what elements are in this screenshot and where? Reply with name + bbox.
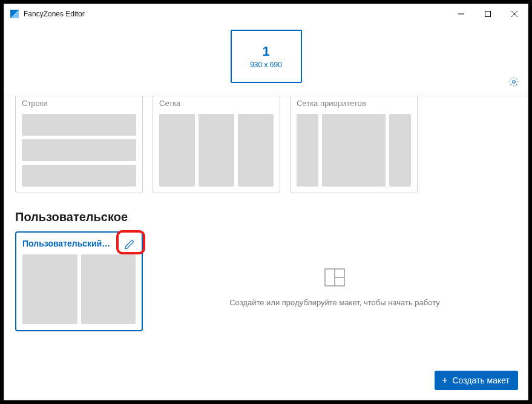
template-rows[interactable]: Строки: [15, 96, 143, 193]
monitor-header: 1 930 x 690: [4, 24, 528, 96]
template-label: Сетка приоритетов: [297, 97, 411, 109]
zone-preview: [297, 114, 318, 187]
template-label: Сетка: [159, 97, 274, 109]
custom-layout-name: Пользовательский…: [22, 239, 113, 248]
app-icon: [10, 10, 19, 18]
plus-icon: +: [442, 376, 447, 385]
zone-preview: [81, 254, 136, 324]
window-title: FancyZones Editor: [24, 10, 85, 18]
maximize-button[interactable]: [475, 4, 501, 24]
zone-preview: [238, 114, 274, 187]
template-grid[interactable]: Сетка: [153, 96, 280, 193]
minimize-button[interactable]: [448, 4, 475, 24]
custom-row: Пользовательский…: [4, 231, 528, 340]
svg-rect-1: [485, 12, 491, 17]
svg-point-4: [513, 81, 516, 84]
monitor-number: 1: [262, 44, 269, 59]
templates-row: Строки Сетка Сетка при: [4, 96, 528, 193]
empty-state-text: Создайте или продублируйте макет, чтобы …: [229, 298, 440, 307]
create-layout-button[interactable]: + Создать макет: [435, 371, 518, 390]
empty-state: Создайте или продублируйте макет, чтобы …: [153, 231, 517, 340]
zone-preview: [22, 254, 77, 324]
zone-preview: [389, 114, 411, 187]
app-window: FancyZones Editor 1 930 x 690: [4, 4, 528, 400]
monitor-card[interactable]: 1 930 x 690: [231, 30, 302, 83]
template-priority-grid[interactable]: Сетка приоритетов: [290, 96, 418, 193]
zone-preview: [322, 114, 386, 187]
zone-preview: [159, 114, 195, 187]
main-content: Строки Сетка Сетка при: [4, 96, 528, 400]
edit-layout-button[interactable]: [121, 236, 138, 253]
zone-preview: [199, 114, 234, 187]
layout-icon: [323, 265, 347, 290]
zone-preview: [22, 139, 136, 161]
close-button[interactable]: [501, 4, 528, 24]
custom-layout-card[interactable]: Пользовательский…: [15, 231, 143, 331]
create-layout-label: Создать макет: [452, 376, 510, 385]
zone-preview: [22, 114, 136, 136]
pencil-icon: [124, 239, 135, 250]
template-label: Строки: [22, 97, 136, 109]
settings-button[interactable]: [508, 76, 519, 90]
zone-preview: [22, 165, 136, 187]
title-bar: FancyZones Editor: [4, 4, 528, 24]
section-custom-title: Пользовательское: [4, 193, 528, 231]
monitor-resolution: 930 x 690: [250, 61, 282, 69]
